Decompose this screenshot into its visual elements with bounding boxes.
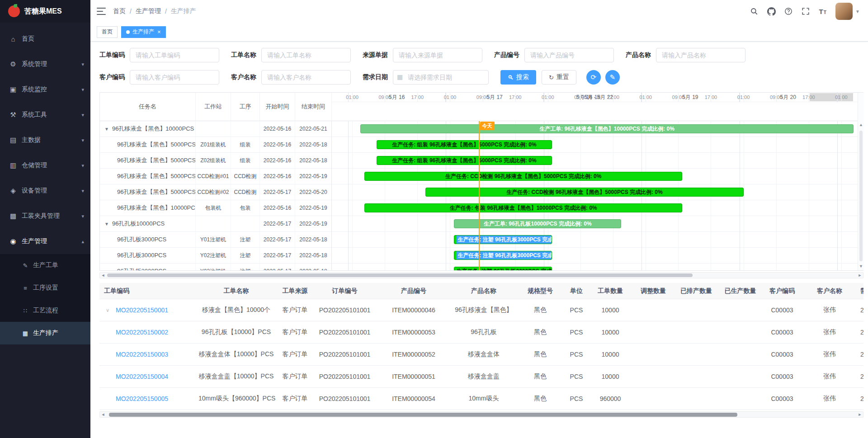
- order-row[interactable]: MO202205150004移液盒盒盖【10000】PCS客户订单PO20220…: [99, 366, 863, 388]
- sidebar-item-master-data[interactable]: ▤主数据▾: [0, 127, 90, 153]
- scroll-right-icon[interactable]: ►: [857, 273, 863, 278]
- order-code-link[interactable]: MO202205150005: [116, 395, 168, 402]
- draw-circle-button[interactable]: ✎: [605, 70, 620, 85]
- gantt-bar[interactable]: 生产工单: 96孔移液盒【黑色】10000PCS 完成比例: 0%: [360, 124, 854, 133]
- gantt-hscroll-thumb[interactable]: [107, 273, 693, 277]
- scroll-left-icon[interactable]: ◄: [100, 273, 106, 278]
- sidebar-item-system-tools[interactable]: ⚒系统工具▾: [0, 102, 90, 127]
- orders-hscroll-thumb[interactable]: [109, 413, 737, 417]
- tab-生产排产[interactable]: 生产排产×: [121, 26, 166, 38]
- order-code-link[interactable]: MO202205150002: [116, 329, 168, 336]
- avatar[interactable]: [835, 3, 853, 20]
- order-code-link[interactable]: MO202205150004: [116, 373, 168, 380]
- gantt-grid-row[interactable]: 96孔移液盒【黑色】5000PCSZ01组装机组装2022-05-162022-…: [100, 137, 331, 153]
- sidebar-subitem-label: 生产工单: [33, 261, 58, 269]
- help-icon[interactable]: [784, 7, 793, 16]
- gantt-chart-area[interactable]: 生产工单: 96孔移液盒【黑色】10000PCS 完成比例: 0%生产任务: 组…: [332, 121, 858, 270]
- vertical-scroll-thumb[interactable]: [859, 131, 863, 261]
- customer-name-input[interactable]: [261, 70, 351, 85]
- reset-button[interactable]: ↻ 重置: [542, 70, 576, 85]
- gantt-grid-cell: 组装: [231, 137, 260, 152]
- sidebar-item-system-monitor[interactable]: ▣系统监控▾: [0, 77, 90, 102]
- tree-expand-icon[interactable]: ▼: [104, 221, 109, 226]
- order-row[interactable]: MO20220515000510mm吸头【960000】PCS客户订单PO202…: [99, 388, 863, 410]
- filter-label-product-code: 产品编号: [494, 51, 519, 59]
- github-icon[interactable]: [767, 7, 776, 16]
- sidebar-item-scheduling[interactable]: ▦生产排产: [0, 322, 90, 344]
- sidebar-item-home[interactable]: ⌂首页: [0, 26, 90, 52]
- gantt-bar[interactable]: 生产任务: CCD检测 96孔移液盒【黑色】5000PCS 完成比例: 0%: [425, 188, 743, 197]
- scroll-up-icon[interactable]: ▲: [858, 122, 864, 127]
- sidebar-item-system-admin[interactable]: ⚙系统管理▾: [0, 52, 90, 77]
- order-row[interactable]: MO20220515000296孔孔板【10000】PCS客户订单PO20220…: [99, 321, 863, 344]
- search-button[interactable]: 🔍︎ 搜索: [500, 70, 536, 85]
- gantt-grid-row[interactable]: 96孔移液盒【黑色】5000PCSCCD检测#01CCD检测2022-05-16…: [100, 169, 331, 184]
- gantt-grid-row[interactable]: 96孔移液盒【黑色】10000PCS包装机包装2022-05-162022-05…: [100, 200, 331, 216]
- scroll-right-icon[interactable]: ►: [857, 412, 863, 417]
- gantt-horizontal-scrollbar[interactable]: ◄ ►: [99, 272, 863, 278]
- order-code-link[interactable]: MO202205150001: [116, 306, 168, 314]
- refresh-circle-button[interactable]: ⟳: [586, 70, 601, 85]
- gantt-grid-row[interactable]: 96孔移液盒【黑色】5000PCSCCD检测#02CCD检测2022-05-17…: [100, 184, 331, 200]
- search-icon[interactable]: [750, 7, 759, 16]
- source-doc-input[interactable]: [393, 48, 482, 62]
- gantt-grid-row[interactable]: 96孔孔板3000PCSY03注塑机注塑2022-05-172022-05-18: [100, 264, 331, 270]
- sidebar-item-warehouse[interactable]: ▥仓储管理▾: [0, 153, 90, 178]
- order-cell: 10mm吸头【960000】PCS: [197, 395, 276, 403]
- sidebar-item-production[interactable]: ◉生产管理▴: [0, 229, 90, 254]
- order-row[interactable]: ∨MO202205150001移液盒【黑色】10000个客户订单PO202205…: [99, 299, 863, 321]
- customer-code-input[interactable]: [130, 70, 219, 85]
- gantt-task-name-cell: 96孔移液盒【黑色】5000PCS: [100, 184, 196, 200]
- sidebar-item-equipment[interactable]: ◈设备管理▾: [0, 178, 90, 203]
- tab-首页[interactable]: 首页: [97, 26, 118, 38]
- work-order-name-input[interactable]: [261, 48, 351, 62]
- user-menu[interactable]: ▼: [835, 3, 860, 20]
- gantt-grid-row[interactable]: ▼96孔孔板10000PCS2022-05-172022-05-19: [100, 216, 331, 232]
- gantt-bar[interactable]: 生产任务: 组装 96孔移液盒【黑色】5000PCS 完成比例: 0%: [377, 156, 552, 165]
- gantt-grid-row[interactable]: 96孔孔板3000PCSY02注塑机注塑2022-05-172022-05-18: [100, 248, 331, 264]
- gantt-grid-row[interactable]: 96孔孔板3000PCSY01注塑机注塑2022-05-172022-05-18: [100, 232, 331, 248]
- orders-horizontal-scrollbar[interactable]: ◄ ►: [99, 411, 863, 418]
- order-cell: 10000: [588, 329, 633, 336]
- order-row[interactable]: MO202205150003移液盒盒体【10000】PCS客户订单PO20220…: [99, 344, 863, 366]
- breadcrumb-separator: /: [130, 8, 132, 15]
- work-order-code-input[interactable]: [130, 48, 219, 62]
- order-cell: 96孔孔板: [452, 328, 515, 336]
- gantt-task-name-cell: 96孔移液盒【黑色】10000PCS: [100, 200, 196, 216]
- order-code-link[interactable]: MO202205150003: [116, 351, 168, 358]
- close-icon[interactable]: ×: [157, 29, 161, 35]
- gantt-bar[interactable]: 生产任务: 注塑 96孔孔板3000PCS 完成比例: 0%: [454, 251, 552, 260]
- app-logo[interactable]: 苦糖果MES: [0, 0, 90, 23]
- gantt-bar[interactable]: 生产任务: 注塑 96孔孔板3000PCS 完成比例: 0%: [454, 235, 552, 244]
- sidebar-toggle-icon[interactable]: [97, 8, 106, 15]
- gantt-grid-row[interactable]: ▼96孔移液盒【黑色】10000PCS2022-05-162022-05-21: [100, 121, 331, 137]
- scroll-down-icon[interactable]: ▼: [858, 264, 864, 268]
- tree-expand-icon[interactable]: ▼: [104, 127, 109, 132]
- font-size-icon[interactable]: TT: [818, 7, 827, 16]
- sidebar-menu: ⌂首页⚙系统管理▾▣系统监控▾⚒系统工具▾▤主数据▾▥仓储管理▾◈设备管理▾▩工…: [0, 23, 90, 344]
- gantt-bar[interactable]: 生产任务: 组装 96孔移液盒【黑色】5000PCS 完成比例: 0%: [377, 140, 552, 149]
- order-cell: MO202205150003: [99, 351, 197, 358]
- filter-field-product-name: 产品名称: [626, 48, 745, 62]
- sidebar-item-process-settings[interactable]: ≡工序设置: [0, 277, 90, 299]
- gantt-bar[interactable]: 生产任务: 注塑 96孔孔板3000PCS 完成比例: 0%: [454, 267, 552, 270]
- chevron-down-icon[interactable]: ∨: [106, 307, 116, 313]
- breadcrumb-item[interactable]: 生产管理: [136, 7, 161, 15]
- gantt-grid-cell: 2022-05-16: [260, 137, 295, 152]
- fullscreen-icon[interactable]: [801, 7, 810, 16]
- gantt-vertical-scrollbar[interactable]: ▲ ▼: [858, 93, 864, 270]
- gantt-bar[interactable]: 生产任务: 包装 96孔移液盒【黑色】10000PCS 完成比例: 0%: [364, 203, 682, 212]
- sidebar-item-fixture[interactable]: ▩工装夹具管理▾: [0, 203, 90, 229]
- breadcrumb-item[interactable]: 首页: [113, 7, 126, 15]
- gantt-grid-row[interactable]: 96孔移液盒【黑色】5000PCSZ02组装机组装2022-05-162022-…: [100, 153, 331, 169]
- demand-date-input[interactable]: [393, 70, 489, 85]
- product-code-input[interactable]: [524, 48, 614, 62]
- sidebar-item-process-flow[interactable]: ∷工艺流程: [0, 299, 90, 322]
- order-cell: 202: [857, 329, 863, 336]
- orders-table-header: 工单编码工单名称工单来源订单编号产品编号产品名称规格型号单位工单数量调整数量已排…: [99, 283, 863, 299]
- production-icon: ◉: [9, 237, 17, 245]
- scroll-left-icon[interactable]: ◄: [100, 412, 106, 417]
- product-name-input[interactable]: [656, 48, 745, 62]
- sidebar-item-work-order[interactable]: ✎生产工单: [0, 254, 90, 277]
- gantt-bar[interactable]: 生产任务: CCD检测 96孔移液盒【黑色】5000PCS 完成比例: 0%: [364, 172, 682, 181]
